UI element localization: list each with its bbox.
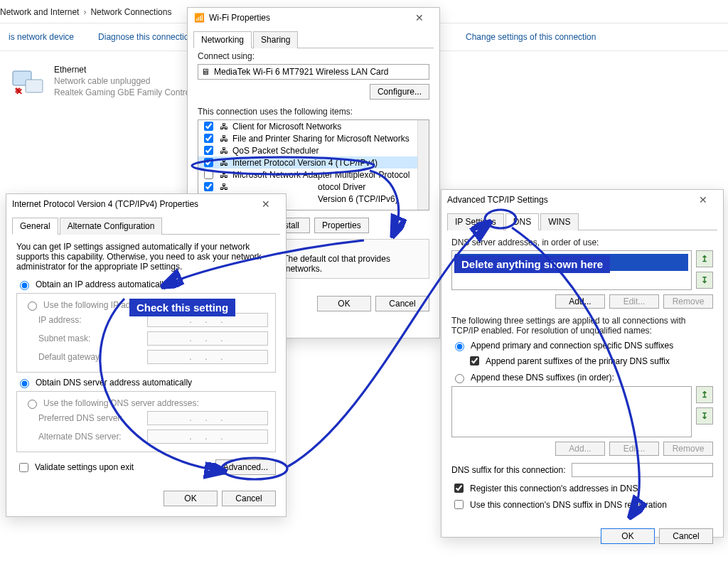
item-client-ms: Client for Microsoft Networks	[232, 122, 341, 132]
breadcrumb-separator: ›	[83, 7, 86, 17]
default-gateway-label: Default gateway:	[38, 352, 102, 362]
ip-address-field[interactable]: . . .	[147, 313, 268, 327]
validate-on-exit[interactable]: Validate settings upon exit	[16, 461, 134, 474]
close-icon[interactable]: ✕	[405, 12, 434, 23]
configure-button[interactable]: Configure...	[370, 84, 429, 100]
dns-remove-button[interactable]: Remove	[663, 294, 713, 309]
tab-ip-settings[interactable]: IP Settings	[447, 213, 504, 230]
tab-alternate-config[interactable]: Alternate Configuration	[60, 218, 163, 235]
move-down-button[interactable]: ↧	[696, 272, 713, 289]
radio-append-primary[interactable]	[455, 342, 464, 351]
tab-networking[interactable]: Networking	[193, 31, 252, 48]
adapter-ethernet[interactable]: ✕ Ethernet Network cable unplugged Realt…	[9, 64, 190, 98]
suffix-remove-button[interactable]: Remove	[663, 442, 713, 456]
suffix-edit-button[interactable]: Edit...	[609, 442, 659, 456]
chk-item-4[interactable]	[204, 170, 213, 179]
advanced-button[interactable]: Advanced...	[215, 459, 276, 475]
label-use-ip: Use the following IP address:	[43, 300, 154, 310]
net-component-icon: 🖧	[220, 146, 228, 156]
chk-item-0[interactable]	[204, 122, 213, 131]
dns-add-button[interactable]: Add...	[555, 294, 605, 309]
net-component-icon: 🖧	[220, 170, 228, 180]
chk-item-2[interactable]	[204, 146, 213, 155]
tab-sharing[interactable]: Sharing	[253, 31, 298, 48]
radio-use-dns[interactable]	[28, 400, 37, 409]
chk-register-dns[interactable]	[454, 484, 464, 493]
label-append-these: Append these DNS suffixes (in order):	[471, 373, 614, 383]
network-adapter-icon: 🖥	[201, 67, 210, 77]
label-use-dns: Use the following DNS server addresses:	[43, 398, 199, 408]
net-component-icon: 🖧	[220, 158, 228, 168]
chk-item-5[interactable]	[204, 182, 213, 191]
ipv4-properties-dialog: Internet Protocol Version 4 (TCP/IPv4) P…	[6, 193, 287, 517]
dns-order-label: DNS server addresses, in order of use:	[451, 238, 713, 247]
ipv4-blurb: You can get IP settings assigned automat…	[16, 242, 276, 272]
radio-obtain-ip-auto[interactable]	[20, 281, 29, 290]
breadcrumb-network-connections[interactable]: Network Connections	[90, 7, 171, 17]
adapter-field: MediaTek Wi-Fi 6 MT7921 Wireless LAN Car…	[214, 67, 388, 77]
pref-dns-label: Preferred DNS server:	[38, 413, 123, 423]
suffix-move-down-button[interactable]: ↧	[696, 407, 713, 425]
adapter-status: Network cable unplugged	[54, 75, 190, 87]
chk-append-parent[interactable]	[470, 356, 479, 365]
cmd-diagnose-connection[interactable]: Diagnose this connection	[98, 32, 193, 42]
cmd-change-settings[interactable]: Change settings of this connection	[466, 32, 596, 42]
radio-obtain-dns-auto[interactable]	[20, 379, 29, 388]
advanced-title: Advanced TCP/IP Settings	[447, 195, 548, 205]
tab-wins[interactable]: WINS	[540, 213, 578, 230]
item-ipv4: Internet Protocol Version 4 (TCP/IPv4)	[232, 158, 378, 168]
net-component-icon: 🖧	[220, 134, 228, 144]
cmd-disable-device[interactable]: is network device	[9, 32, 74, 42]
list-scrollbar[interactable]	[417, 120, 429, 210]
alt-dns-label: Alternate DNS server:	[38, 432, 122, 442]
validate-label: Validate settings upon exit	[35, 462, 134, 472]
move-up-button[interactable]: ↥	[696, 250, 713, 267]
subnet-mask-field[interactable]: . . .	[147, 331, 268, 346]
item-driver: otocol Driver	[318, 182, 365, 192]
uses-items-label: This connection uses the following items…	[198, 107, 429, 117]
close-icon[interactable]: ✕	[252, 198, 280, 210]
dns-suffix-input[interactable]	[572, 463, 713, 477]
advanced-tcpip-dialog: Advanced TCP/IP Settings ✕ IP Settings D…	[441, 189, 724, 538]
dns-servers-listbox[interactable]	[451, 250, 692, 290]
alt-dns-field[interactable]: . . .	[147, 429, 268, 444]
wifi-cancel-button[interactable]: Cancel	[375, 296, 429, 311]
radio-append-these[interactable]	[455, 374, 464, 383]
default-gateway-field[interactable]: . . .	[147, 350, 268, 364]
radio-use-ip[interactable]	[28, 301, 37, 311]
chk-use-suffix[interactable]	[454, 500, 464, 509]
pref-dns-field[interactable]: . . .	[147, 411, 268, 425]
suffix-add-button[interactable]: Add...	[555, 442, 605, 456]
adv-ok-button[interactable]: OK	[601, 528, 655, 544]
chk-item-1[interactable]	[204, 134, 213, 143]
tab-dns[interactable]: DNS	[505, 213, 539, 230]
connect-using-label: Connect using:	[198, 51, 429, 61]
dns-suffixes-listbox[interactable]	[451, 386, 692, 437]
label-append-primary: Append primary and connection specific D…	[471, 341, 673, 351]
item-file-printer: File and Printer Sharing for Microsoft N…	[232, 134, 410, 144]
dns-suffix-label: DNS suffix for this connection:	[451, 465, 566, 475]
disconnected-x-icon: ✕	[16, 87, 23, 97]
ipv4-cancel-button[interactable]: Cancel	[222, 491, 276, 506]
wifi-ok-button[interactable]: OK	[317, 296, 371, 311]
properties-button[interactable]: Properties	[314, 218, 369, 233]
tab-general[interactable]: General	[12, 218, 58, 235]
close-icon[interactable]: ✕	[689, 194, 717, 206]
item-ipv6: Version 6 (TCP/IPv6)	[318, 194, 398, 204]
chk-validate[interactable]	[19, 463, 28, 472]
adapter-name: Ethernet	[54, 64, 190, 75]
ipv4-title: Internet Protocol Version 4 (TCP/IPv4) P…	[12, 199, 198, 209]
dns-edit-button[interactable]: Edit...	[609, 294, 659, 309]
adv-cancel-button[interactable]: Cancel	[659, 528, 713, 544]
label-append-parent: Append parent suffixes of the primary DN…	[486, 356, 670, 366]
breadcrumb-network-internet[interactable]: Network and Internet	[0, 7, 79, 17]
suffix-move-up-button[interactable]: ↥	[696, 386, 713, 403]
wifi-title: Wi-Fi Properties	[209, 13, 270, 23]
chk-item-3[interactable]	[204, 158, 213, 167]
ip-address-label: IP address:	[38, 315, 81, 325]
subnet-mask-label: Subnet mask:	[38, 333, 90, 343]
selected-dns-entry[interactable]	[455, 254, 688, 271]
item-multiplexor: Microsoft Network Adapter Multiplexor Pr…	[232, 170, 410, 180]
ipv4-ok-button[interactable]: OK	[164, 491, 218, 506]
ethernet-icon: ✕	[9, 64, 48, 98]
